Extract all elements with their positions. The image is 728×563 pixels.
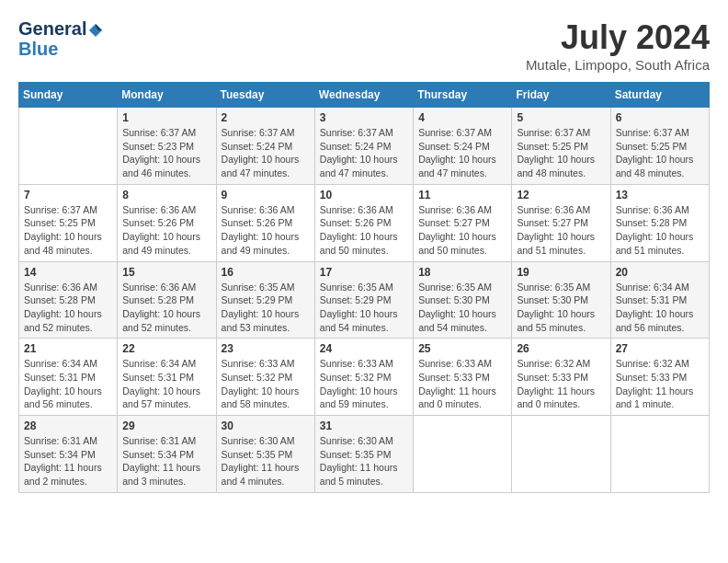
calendar-cell: 13Sunrise: 6:36 AMSunset: 5:28 PMDayligh… bbox=[610, 184, 709, 261]
calendar-cell: 12Sunrise: 6:36 AMSunset: 5:27 PMDayligh… bbox=[512, 184, 610, 261]
day-info: Sunrise: 6:37 AMSunset: 5:24 PMDaylight:… bbox=[418, 126, 506, 180]
day-number: 9 bbox=[222, 189, 310, 201]
day-number: 8 bbox=[122, 189, 210, 201]
day-number: 3 bbox=[320, 111, 408, 124]
day-number: 30 bbox=[222, 419, 310, 432]
day-info: Sunrise: 6:35 AMSunset: 5:29 PMDaylight:… bbox=[320, 281, 408, 335]
weekday-header-saturday: Saturday bbox=[610, 83, 709, 108]
calendar-cell bbox=[512, 416, 610, 493]
week-row-5: 28Sunrise: 6:31 AMSunset: 5:34 PMDayligh… bbox=[19, 416, 710, 493]
weekday-header-thursday: Thursday bbox=[414, 83, 512, 108]
day-info: Sunrise: 6:33 AMSunset: 5:32 PMDaylight:… bbox=[222, 357, 310, 411]
calendar-cell: 25Sunrise: 6:33 AMSunset: 5:33 PMDayligh… bbox=[414, 339, 512, 416]
calendar-cell: 5Sunrise: 6:37 AMSunset: 5:25 PMDaylight… bbox=[512, 108, 610, 185]
day-info: Sunrise: 6:36 AMSunset: 5:28 PMDaylight:… bbox=[616, 203, 704, 258]
calendar-cell: 29Sunrise: 6:31 AMSunset: 5:34 PMDayligh… bbox=[118, 416, 216, 493]
calendar-cell: 20Sunrise: 6:34 AMSunset: 5:31 PMDayligh… bbox=[610, 261, 709, 339]
day-info: Sunrise: 6:33 AMSunset: 5:33 PMDaylight:… bbox=[418, 357, 506, 411]
calendar-cell: 3Sunrise: 6:37 AMSunset: 5:24 PMDaylight… bbox=[314, 108, 413, 185]
day-number: 26 bbox=[517, 342, 605, 355]
day-info: Sunrise: 6:36 AMSunset: 5:26 PMDaylight:… bbox=[222, 203, 310, 258]
day-info: Sunrise: 6:35 AMSunset: 5:30 PMDaylight:… bbox=[418, 281, 506, 335]
calendar-cell: 17Sunrise: 6:35 AMSunset: 5:29 PMDayligh… bbox=[314, 261, 413, 339]
calendar-cell: 26Sunrise: 6:32 AMSunset: 5:33 PMDayligh… bbox=[512, 339, 610, 416]
day-number: 1 bbox=[122, 111, 210, 124]
day-info: Sunrise: 6:37 AMSunset: 5:25 PMDaylight:… bbox=[24, 203, 112, 258]
calendar-cell: 19Sunrise: 6:35 AMSunset: 5:30 PMDayligh… bbox=[512, 261, 610, 339]
day-number: 27 bbox=[616, 342, 704, 355]
day-info: Sunrise: 6:36 AMSunset: 5:28 PMDaylight:… bbox=[24, 281, 112, 335]
calendar-cell: 22Sunrise: 6:34 AMSunset: 5:31 PMDayligh… bbox=[118, 339, 216, 416]
calendar-cell: 14Sunrise: 6:36 AMSunset: 5:28 PMDayligh… bbox=[19, 261, 118, 339]
calendar-cell: 10Sunrise: 6:36 AMSunset: 5:26 PMDayligh… bbox=[314, 184, 413, 261]
day-number: 21 bbox=[24, 342, 112, 355]
logo-text: General Blue bbox=[18, 18, 105, 59]
day-info: Sunrise: 6:35 AMSunset: 5:30 PMDaylight:… bbox=[517, 281, 605, 335]
calendar-cell: 11Sunrise: 6:36 AMSunset: 5:27 PMDayligh… bbox=[414, 184, 512, 261]
day-info: Sunrise: 6:31 AMSunset: 5:34 PMDaylight:… bbox=[24, 434, 112, 488]
calendar-cell: 1Sunrise: 6:37 AMSunset: 5:23 PMDaylight… bbox=[118, 108, 216, 185]
day-number: 28 bbox=[24, 419, 112, 432]
day-info: Sunrise: 6:32 AMSunset: 5:33 PMDaylight:… bbox=[616, 357, 704, 411]
day-number: 15 bbox=[122, 266, 210, 279]
calendar-cell: 21Sunrise: 6:34 AMSunset: 5:31 PMDayligh… bbox=[19, 339, 118, 416]
calendar-cell: 7Sunrise: 6:37 AMSunset: 5:25 PMDaylight… bbox=[19, 184, 118, 261]
day-number: 13 bbox=[616, 189, 704, 201]
calendar-cell: 8Sunrise: 6:36 AMSunset: 5:26 PMDaylight… bbox=[118, 184, 216, 261]
day-number: 22 bbox=[122, 342, 210, 355]
day-number: 4 bbox=[418, 111, 506, 124]
day-info: Sunrise: 6:36 AMSunset: 5:27 PMDaylight:… bbox=[418, 203, 506, 258]
day-info: Sunrise: 6:37 AMSunset: 5:25 PMDaylight:… bbox=[616, 126, 704, 180]
day-info: Sunrise: 6:35 AMSunset: 5:29 PMDaylight:… bbox=[222, 281, 310, 335]
day-info: Sunrise: 6:37 AMSunset: 5:23 PMDaylight:… bbox=[122, 126, 210, 180]
week-row-4: 21Sunrise: 6:34 AMSunset: 5:31 PMDayligh… bbox=[19, 339, 710, 416]
week-row-1: 1Sunrise: 6:37 AMSunset: 5:23 PMDaylight… bbox=[19, 108, 710, 185]
week-row-3: 14Sunrise: 6:36 AMSunset: 5:28 PMDayligh… bbox=[19, 261, 710, 339]
calendar-cell bbox=[19, 108, 118, 185]
weekday-header-friday: Friday bbox=[512, 83, 610, 108]
day-number: 5 bbox=[517, 111, 605, 124]
week-row-2: 7Sunrise: 6:37 AMSunset: 5:25 PMDaylight… bbox=[19, 184, 710, 261]
day-info: Sunrise: 6:37 AMSunset: 5:24 PMDaylight:… bbox=[320, 126, 408, 180]
calendar-cell: 2Sunrise: 6:37 AMSunset: 5:24 PMDaylight… bbox=[216, 108, 314, 185]
day-number: 16 bbox=[222, 266, 310, 279]
day-info: Sunrise: 6:36 AMSunset: 5:28 PMDaylight:… bbox=[122, 281, 210, 335]
day-info: Sunrise: 6:37 AMSunset: 5:24 PMDaylight:… bbox=[222, 126, 310, 180]
day-number: 6 bbox=[616, 111, 704, 124]
day-info: Sunrise: 6:34 AMSunset: 5:31 PMDaylight:… bbox=[122, 357, 210, 411]
day-number: 12 bbox=[517, 189, 605, 201]
day-number: 23 bbox=[222, 342, 310, 355]
logo: General Blue bbox=[18, 18, 105, 59]
day-info: Sunrise: 6:37 AMSunset: 5:25 PMDaylight:… bbox=[517, 126, 605, 180]
day-number: 17 bbox=[320, 266, 408, 279]
calendar-cell: 4Sunrise: 6:37 AMSunset: 5:24 PMDaylight… bbox=[414, 108, 512, 185]
page-header: General Blue July 2024 Mutale, Limpopo, … bbox=[18, 18, 710, 73]
day-info: Sunrise: 6:36 AMSunset: 5:27 PMDaylight:… bbox=[517, 203, 605, 258]
day-number: 20 bbox=[616, 266, 704, 279]
calendar-cell: 31Sunrise: 6:30 AMSunset: 5:35 PMDayligh… bbox=[314, 416, 413, 493]
calendar-cell: 30Sunrise: 6:30 AMSunset: 5:35 PMDayligh… bbox=[216, 416, 314, 493]
day-number: 18 bbox=[418, 266, 506, 279]
day-number: 14 bbox=[24, 266, 112, 279]
calendar-cell: 27Sunrise: 6:32 AMSunset: 5:33 PMDayligh… bbox=[610, 339, 709, 416]
day-info: Sunrise: 6:36 AMSunset: 5:26 PMDaylight:… bbox=[122, 203, 210, 258]
day-info: Sunrise: 6:30 AMSunset: 5:35 PMDaylight:… bbox=[320, 434, 408, 488]
weekday-header-wednesday: Wednesday bbox=[314, 83, 413, 108]
day-info: Sunrise: 6:34 AMSunset: 5:31 PMDaylight:… bbox=[24, 357, 112, 411]
month-year: July 2024 bbox=[526, 18, 710, 57]
calendar-cell bbox=[414, 416, 512, 493]
day-number: 7 bbox=[24, 189, 112, 201]
day-info: Sunrise: 6:30 AMSunset: 5:35 PMDaylight:… bbox=[222, 434, 310, 488]
calendar-cell: 28Sunrise: 6:31 AMSunset: 5:34 PMDayligh… bbox=[19, 416, 118, 493]
calendar-cell: 18Sunrise: 6:35 AMSunset: 5:30 PMDayligh… bbox=[414, 261, 512, 339]
calendar-cell: 9Sunrise: 6:36 AMSunset: 5:26 PMDaylight… bbox=[216, 184, 314, 261]
day-info: Sunrise: 6:32 AMSunset: 5:33 PMDaylight:… bbox=[517, 357, 605, 411]
calendar-cell: 24Sunrise: 6:33 AMSunset: 5:32 PMDayligh… bbox=[314, 339, 413, 416]
calendar-table: SundayMondayTuesdayWednesdayThursdayFrid… bbox=[18, 82, 710, 493]
calendar-cell: 15Sunrise: 6:36 AMSunset: 5:28 PMDayligh… bbox=[118, 261, 216, 339]
calendar-cell bbox=[610, 416, 709, 493]
day-number: 29 bbox=[122, 419, 210, 432]
day-info: Sunrise: 6:33 AMSunset: 5:32 PMDaylight:… bbox=[320, 357, 408, 411]
day-number: 31 bbox=[320, 419, 408, 432]
calendar-cell: 16Sunrise: 6:35 AMSunset: 5:29 PMDayligh… bbox=[216, 261, 314, 339]
